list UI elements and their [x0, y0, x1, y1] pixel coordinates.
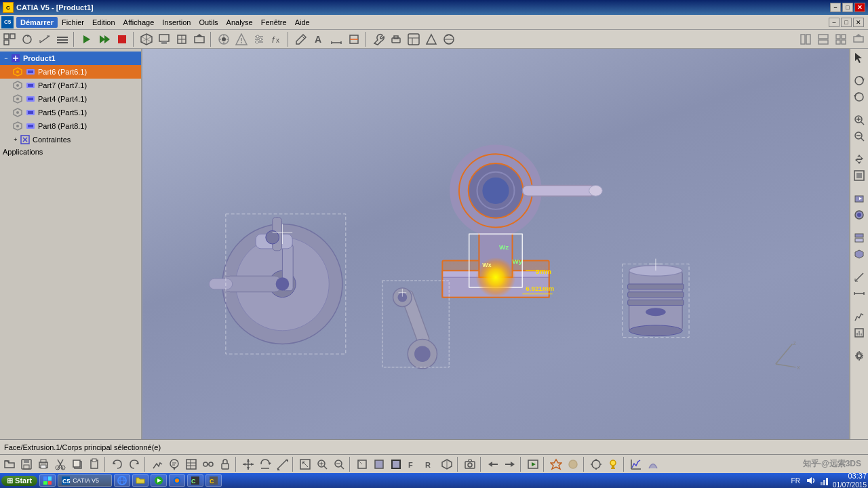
bt-print-btn[interactable]: [35, 456, 52, 472]
tree-item-part8[interactable]: Part8 (Part8.1): [0, 119, 141, 133]
rt-spin2-btn[interactable]: [852, 89, 867, 104]
menu-insertion[interactable]: Insertion: [158, 17, 195, 28]
menu-fenetre[interactable]: Fenêtre: [257, 17, 291, 28]
tb-top-btn[interactable]: [191, 31, 208, 47]
taskbar-app-catprod[interactable]: C: [187, 474, 203, 487]
bt-zoom-fit-btn[interactable]: [297, 456, 313, 472]
tb-analyze1-btn[interactable]: [216, 31, 232, 47]
rt-render2-btn[interactable]: [852, 207, 867, 222]
bt-right-view-btn[interactable]: R: [422, 456, 438, 472]
bt-shade-btn[interactable]: [371, 456, 387, 472]
rt-spin1-btn[interactable]: [852, 73, 867, 88]
bt-zoom-out-btn[interactable]: [331, 456, 347, 472]
rt-pan-btn[interactable]: [852, 152, 867, 167]
bt-front-view-btn[interactable]: F: [405, 456, 421, 472]
rt-layer2-btn[interactable]: [852, 247, 867, 262]
tree-item-product1[interactable]: − Product1: [0, 52, 141, 65]
start-button[interactable]: ⊞ Start: [1, 476, 37, 486]
tb-tools4-btn[interactable]: [423, 31, 439, 47]
tree-item-part5[interactable]: Part5 (Part5.1): [0, 106, 141, 119]
tb-param-btn[interactable]: [251, 31, 267, 47]
tb-right3-btn[interactable]: [833, 31, 849, 47]
tb-view-btn[interactable]: [156, 31, 172, 47]
taskbar-app-windows[interactable]: [39, 474, 56, 487]
tb-tools1-btn[interactable]: [370, 31, 387, 47]
bt-graph-btn[interactable]: [628, 456, 644, 472]
tb-formula-btn[interactable]: fx: [269, 31, 285, 47]
tb-section-btn[interactable]: [346, 31, 362, 47]
rt-measure1-btn[interactable]: [852, 270, 867, 285]
bt-assoc-btn[interactable]: [200, 456, 216, 472]
bt-nav-back-btn[interactable]: [485, 456, 501, 472]
rt-measure2-btn[interactable]: [852, 286, 867, 301]
taskbar-app-catprod2[interactable]: C: [205, 474, 222, 487]
menu-aide[interactable]: Aide: [291, 17, 314, 28]
tree-item-part7[interactable]: Part7 (Part7.1): [0, 79, 141, 92]
taskbar-app-catia[interactable]: C5 CATIA V5: [58, 474, 112, 487]
bt-wire-btn[interactable]: [354, 456, 370, 472]
tree-item-part4[interactable]: Part4 (Part4.1): [0, 92, 141, 106]
bt-feat2-btn[interactable]: [565, 456, 581, 472]
rt-analysis1-btn[interactable]: [852, 309, 867, 324]
tb-measure-btn[interactable]: [37, 31, 53, 47]
bt-feat1-btn[interactable]: [548, 456, 564, 472]
bt-shade-edge-btn[interactable]: [388, 456, 404, 472]
bt-macro-btn[interactable]: [525, 456, 541, 472]
rt-fit-btn[interactable]: [852, 168, 867, 183]
maximize-button[interactable]: □: [842, 3, 853, 12]
bt-paste-btn[interactable]: [86, 456, 102, 472]
taskbar-app-explorer[interactable]: [114, 474, 130, 487]
tb-rotate-btn[interactable]: [19, 31, 35, 47]
bt-cut-btn[interactable]: [52, 456, 68, 472]
tb-front-btn[interactable]: [174, 31, 190, 47]
tb-play-btn[interactable]: [79, 31, 95, 47]
bt-zoom-area-btn[interactable]: [314, 456, 330, 472]
close-button[interactable]: ✕: [854, 3, 865, 12]
bt-undo-btn[interactable]: [109, 456, 125, 472]
menu-analyse[interactable]: Analyse: [222, 17, 257, 28]
tb-snap-btn[interactable]: [1, 31, 18, 47]
menu-affichage[interactable]: Affichage: [119, 17, 159, 28]
bt-table-btn[interactable]: [183, 456, 199, 472]
tree-item-contraintes[interactable]: + Contraintes: [0, 133, 141, 146]
inner-maximize-button[interactable]: □: [841, 18, 852, 27]
inner-close-button[interactable]: ✕: [853, 18, 864, 27]
tb-grid-btn[interactable]: [54, 31, 71, 47]
rt-cursor-btn[interactable]: [852, 50, 867, 65]
tb-3dbox-btn[interactable]: [138, 31, 155, 47]
bt-move-btn[interactable]: [240, 456, 256, 472]
rt-analysis2-btn[interactable]: [852, 325, 867, 340]
3d-viewport[interactable]: Wz Wy Wx 9mm 6.921mm: [142, 49, 849, 439]
tree-expand-contraintes[interactable]: +: [12, 136, 19, 143]
tree-expand-product1[interactable]: −: [3, 55, 9, 62]
tb-tools3-btn[interactable]: [406, 31, 422, 47]
bt-lock-btn[interactable]: [217, 456, 233, 472]
bt-rotate-view-btn[interactable]: [257, 456, 273, 472]
tb-dimension-btn[interactable]: [328, 31, 344, 47]
bt-copy-btn[interactable]: [69, 456, 85, 472]
tb-text-btn[interactable]: A: [311, 31, 327, 47]
bt-bubble-btn[interactable]: [166, 456, 182, 472]
menu-fichier[interactable]: Fichier: [58, 17, 88, 28]
bt-sketch-btn[interactable]: [149, 456, 165, 472]
bt-save-btn[interactable]: [18, 456, 35, 472]
tb-right2-btn[interactable]: [815, 31, 831, 47]
tb-right4-btn[interactable]: [850, 31, 867, 47]
menu-edition[interactable]: Edition: [88, 17, 119, 28]
inner-minimize-button[interactable]: –: [829, 18, 840, 27]
tb-stop-btn[interactable]: [114, 31, 130, 47]
tb-pencil-btn[interactable]: [293, 31, 309, 47]
rt-render1-btn[interactable]: [852, 191, 867, 206]
taskbar-app-media[interactable]: [151, 474, 167, 487]
menu-demarrer[interactable]: Démarrer: [16, 17, 58, 28]
rt-settings-btn[interactable]: [852, 348, 867, 363]
tb-right1-btn[interactable]: [797, 31, 814, 47]
rt-layer1-btn[interactable]: [852, 230, 867, 245]
bt-nav-fwd-btn[interactable]: [502, 456, 518, 472]
bt-catpatch-btn[interactable]: [645, 456, 661, 472]
tree-item-part6[interactable]: Part6 (Part6.1): [0, 65, 141, 79]
bt-redo-btn[interactable]: [126, 456, 142, 472]
rt-zoom-in-btn[interactable]: [852, 113, 867, 127]
bt-iso-view-btn[interactable]: [439, 456, 455, 472]
tree-item-applications[interactable]: Applications: [0, 146, 141, 157]
